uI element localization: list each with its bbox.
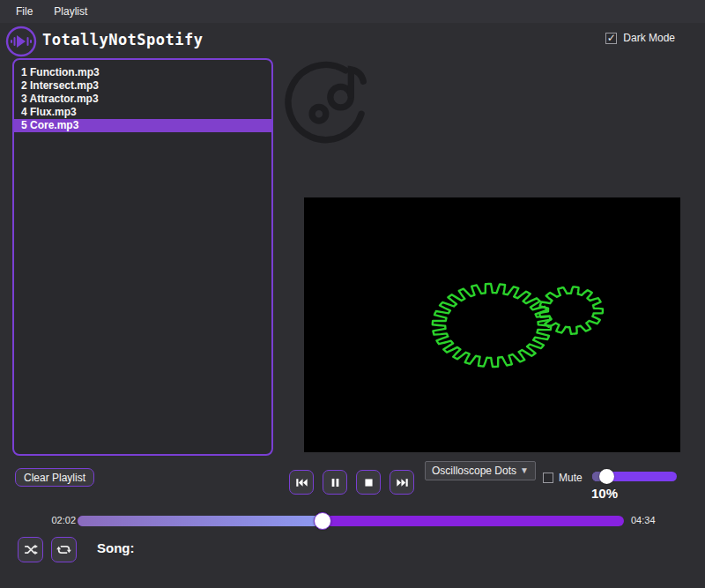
repeat-icon bbox=[56, 542, 71, 557]
progress-track-played bbox=[78, 516, 323, 526]
check-icon: ✓ bbox=[607, 33, 616, 43]
mute-toggle[interactable]: Mute bbox=[543, 472, 583, 484]
shuffle-button[interactable] bbox=[18, 537, 43, 562]
song-label: Song: bbox=[97, 540, 135, 555]
repeat-button[interactable] bbox=[51, 537, 77, 562]
previous-icon bbox=[295, 476, 308, 489]
progress-thumb[interactable] bbox=[314, 512, 331, 530]
dark-mode-checkbox[interactable]: ✓ bbox=[605, 33, 617, 44]
mute-checkbox[interactable] bbox=[543, 473, 553, 483]
dropdown-value: Oscilloscope Dots bbox=[432, 465, 516, 477]
list-item[interactable]: 4 Flux.mp3 bbox=[14, 106, 271, 119]
pause-button[interactable] bbox=[323, 470, 347, 495]
mute-label: Mute bbox=[559, 472, 583, 484]
next-icon bbox=[396, 476, 409, 489]
menu-playlist[interactable]: Playlist bbox=[47, 2, 94, 21]
total-time-label: 04:34 bbox=[631, 515, 656, 525]
list-item[interactable]: 5 Core.mp3 bbox=[14, 119, 271, 132]
stop-icon bbox=[362, 476, 375, 489]
volume-slider[interactable] bbox=[592, 472, 677, 481]
pause-icon bbox=[329, 476, 342, 489]
previous-track-button[interactable] bbox=[289, 470, 314, 495]
chevron-down-icon: ▼ bbox=[520, 465, 529, 475]
app-window: File Playlist TotallyNotSpotify ✓ Dark M… bbox=[0, 0, 705, 588]
volume-percent-label: 10% bbox=[591, 486, 618, 501]
menu-bar: File Playlist bbox=[0, 0, 705, 23]
app-title: TotallyNotSpotify bbox=[42, 31, 204, 48]
playlist-listbox[interactable]: 1 Function.mp32 Intersect.mp33 Attractor… bbox=[12, 58, 273, 456]
clear-playlist-button[interactable]: Clear Playlist bbox=[15, 468, 94, 487]
stop-button[interactable] bbox=[356, 470, 381, 495]
next-track-button[interactable] bbox=[390, 470, 414, 495]
volume-thumb[interactable] bbox=[599, 469, 614, 484]
elapsed-time-label: 02:02 bbox=[44, 515, 76, 525]
shuffle-icon bbox=[23, 542, 38, 557]
visualizer-mode-dropdown[interactable]: Oscilloscope Dots ▼ bbox=[425, 461, 536, 480]
list-item[interactable]: 2 Intersect.mp3 bbox=[14, 79, 271, 93]
oscilloscope-visualizer bbox=[304, 197, 680, 452]
list-item[interactable]: 1 Function.mp3 bbox=[14, 66, 271, 79]
dark-mode-toggle[interactable]: ✓ Dark Mode bbox=[605, 32, 675, 44]
cd-note-icon bbox=[278, 55, 377, 153]
menu-file[interactable]: File bbox=[9, 2, 40, 21]
dark-mode-label: Dark Mode bbox=[623, 32, 675, 44]
app-logo-waveform-icon bbox=[4, 25, 38, 58]
progress-slider[interactable] bbox=[78, 516, 624, 526]
list-item[interactable]: 3 Attractor.mp3 bbox=[14, 93, 271, 106]
